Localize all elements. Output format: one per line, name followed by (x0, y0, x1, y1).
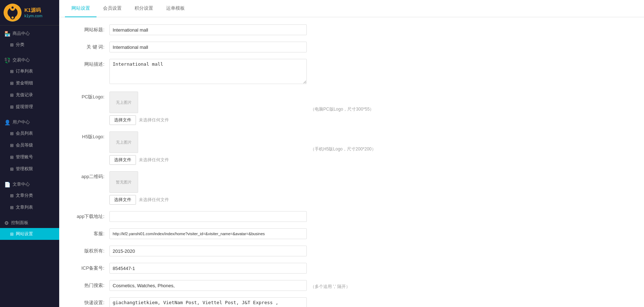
row-site-title: 网站标题: (70, 24, 633, 35)
sidebar-item-funds[interactable]: ⊞ 资金明细 (0, 77, 59, 89)
label-keywords: 关 键 词: (70, 42, 109, 50)
input-app-download[interactable] (109, 211, 307, 222)
sidebar-logo: K1源码 k1ym.com (0, 0, 59, 25)
section-control-title: ⚙ 控制面板 (0, 218, 59, 228)
sidebar-item-site-settings[interactable]: ⊞ 网站设置 (0, 228, 59, 240)
label-express: 快递设置: (70, 297, 109, 306)
trade-icon: 💱 (4, 57, 10, 63)
section-control: ⚙ 控制面板 ⊞ 网站设置 (0, 215, 59, 241)
hint-h5-logo: （手机H5版Logo，尺寸200*200） (310, 144, 376, 152)
hint-hot-search: （多个追用 ',' 隔开） (310, 282, 350, 290)
logo-text-area: K1源码 k1ym.com (24, 7, 42, 18)
row-h5-logo: H5版Logo: 无上图片 选择文件 未选择任何文件 （手机H5版Logo，尺寸… (70, 131, 633, 165)
textarea-description[interactable]: International mall (109, 59, 307, 84)
logo-image (4, 4, 22, 22)
users-icon: 👤 (4, 120, 10, 125)
row-hot-search: 热门搜索: （多个追用 ',' 隔开） (70, 280, 633, 291)
sidebar-item-category[interactable]: ⊞ 分类 (0, 39, 59, 51)
h5-logo-file-label: 未选择任何文件 (139, 157, 169, 163)
label-h5-logo: H5版Logo: (70, 131, 109, 140)
label-customer: 客服: (70, 228, 109, 237)
section-trade-title: 💱 交易中心 (0, 55, 59, 65)
content-site-title (109, 24, 307, 35)
funds-icon: ⊞ (10, 81, 14, 86)
sidebar-item-recharge[interactable]: ⊞ 充值记录 (0, 89, 59, 101)
input-site-title[interactable] (109, 24, 307, 35)
app-qr-file-row: 选择文件 未选择任何文件 (109, 195, 307, 205)
recharge-icon: ⊞ (10, 93, 14, 98)
row-pc-logo: PC版Logo: 无上图片 选择文件 未选择任何文件 （电脑PC版Logo，尺寸… (70, 92, 633, 125)
sidebar-item-manage-permissions[interactable]: ⊞ 管理权限 (0, 163, 59, 175)
row-customer: 客服: (70, 228, 633, 239)
h5-logo-file-row: 选择文件 未选择任何文件 (109, 155, 307, 165)
svg-point-5 (11, 17, 14, 19)
sidebar: K1源码 k1ym.com 🏪 商品中心 ⊞ 分类 💱 交易中心 ⊞ 订单列表 … (0, 0, 59, 307)
label-icp: ICP备案号: (70, 263, 109, 271)
tab-points-settings[interactable]: 积分设置 (128, 0, 160, 17)
section-trade: 💱 交易中心 ⊞ 订单列表 ⊞ 资金明细 ⊞ 充值记录 ⊞ 提现管理 (0, 52, 59, 114)
sidebar-item-withdrawal[interactable]: ⊞ 提现管理 (0, 101, 59, 113)
member-level-icon: ⊞ (10, 143, 14, 148)
tab-member-settings[interactable]: 会员设置 (97, 0, 128, 17)
main-content: 网站设置 会员设置 积分设置 运单模板 网站标题: 关 键 词: 网站描述: I… (59, 0, 644, 307)
sidebar-item-member-level[interactable]: ⊞ 会员等级 (0, 139, 59, 151)
label-hot-search: 热门搜索: (70, 280, 109, 289)
section-articles-title: 📄 文章中心 (0, 179, 59, 190)
row-icp: ICP备案号: (70, 263, 633, 274)
input-keywords[interactable] (109, 42, 307, 52)
row-express: 快递设置: giachangtietkiem, VietNam Post, Vi… (70, 297, 633, 307)
category-icon: ⊞ (10, 42, 14, 47)
orders-icon: ⊞ (10, 69, 14, 74)
input-customer[interactable] (109, 228, 307, 239)
settings-form: 网站标题: 关 键 词: 网站描述: International mall PC… (59, 17, 644, 307)
logo-watermark: k1ym.com (24, 14, 42, 18)
content-pc-logo: 无上图片 选择文件 未选择任何文件 (109, 92, 307, 125)
sidebar-item-article-list[interactable]: ⊞ 文章列表 (0, 201, 59, 213)
content-customer (109, 228, 307, 239)
control-icon: ⚙ (4, 220, 9, 226)
content-keywords (109, 42, 307, 52)
textarea-express[interactable]: giachangtietkiem, VietNam Post, Viettel … (109, 297, 307, 307)
input-hot-search[interactable] (109, 280, 307, 291)
member-list-icon: ⊞ (10, 131, 14, 136)
content-app-qr: 暂无图片 选择文件 未选择任何文件 (109, 171, 307, 205)
app-qr-file-label: 未选择任何文件 (139, 197, 169, 203)
app-qr-placeholder: 暂无图片 (109, 171, 138, 193)
h5-logo-placeholder: 无上图片 (109, 131, 138, 153)
sidebar-item-orders[interactable]: ⊞ 订单列表 (0, 65, 59, 77)
label-app-download: app下载地址: (70, 211, 109, 220)
content-h5-logo: 无上图片 选择文件 未选择任何文件 (109, 131, 307, 165)
content-icp (109, 263, 307, 274)
btn-pc-logo[interactable]: 选择文件 (109, 115, 136, 125)
label-description: 网站描述: (70, 59, 109, 68)
section-goods: 🏪 商品中心 ⊞ 分类 (0, 25, 59, 52)
btn-app-qr[interactable]: 选择文件 (109, 195, 136, 205)
logo-title: K1源码 (24, 7, 42, 14)
section-goods-title: 🏪 商品中心 (0, 28, 59, 39)
pc-logo-file-label: 未选择任何文件 (139, 117, 169, 123)
sidebar-item-article-category[interactable]: ⊞ 文章分类 (0, 190, 59, 201)
sidebar-item-member-list[interactable]: ⊞ 会员列表 (0, 127, 59, 139)
article-category-icon: ⊞ (10, 193, 14, 198)
label-copyright: 版权所有: (70, 246, 109, 254)
input-copyright[interactable] (109, 246, 307, 256)
pc-logo-file-row: 选择文件 未选择任何文件 (109, 115, 307, 125)
withdrawal-icon: ⊞ (10, 104, 14, 110)
row-app-qr: app二维码: 暂无图片 选择文件 未选择任何文件 (70, 171, 633, 205)
sidebar-item-manage-account[interactable]: ⊞ 管理账号 (0, 151, 59, 163)
content-copyright (109, 246, 307, 256)
content-express: giachangtietkiem, VietNam Post, Viettel … (109, 297, 307, 307)
svg-point-4 (11, 6, 14, 9)
tab-site-settings[interactable]: 网站设置 (65, 0, 97, 17)
section-articles: 📄 文章中心 ⊞ 文章分类 ⊞ 文章列表 (0, 176, 59, 215)
tabs-bar: 网站设置 会员设置 积分设置 运单模板 (59, 0, 644, 17)
btn-h5-logo[interactable]: 选择文件 (109, 155, 136, 165)
tab-shipping-template[interactable]: 运单模板 (160, 0, 191, 17)
manage-account-icon: ⊞ (10, 155, 14, 160)
input-icp[interactable] (109, 263, 307, 274)
hint-pc-logo: （电脑PC版Logo，尺寸300*55） (310, 104, 374, 112)
article-list-icon: ⊞ (10, 205, 14, 210)
pc-logo-placeholder: 无上图片 (109, 92, 138, 113)
manage-permissions-icon: ⊞ (10, 167, 14, 172)
content-app-download (109, 211, 307, 222)
